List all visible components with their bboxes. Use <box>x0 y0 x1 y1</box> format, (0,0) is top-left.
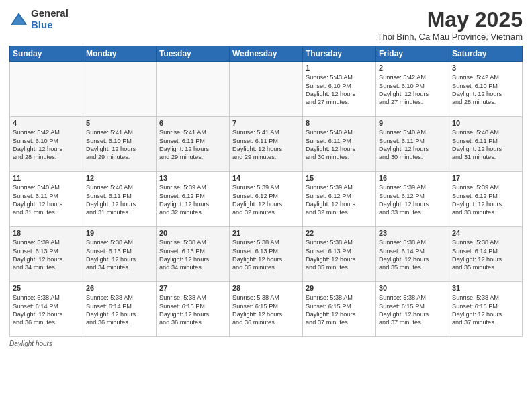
day-number: 18 <box>13 229 80 237</box>
footer-label: Daylight hours <box>9 340 52 347</box>
column-header-wednesday: Wednesday <box>230 46 303 62</box>
day-number: 10 <box>452 119 519 127</box>
day-number: 27 <box>159 284 226 292</box>
logo-icon <box>9 10 28 29</box>
column-header-thursday: Thursday <box>303 46 376 62</box>
column-header-tuesday: Tuesday <box>157 46 230 62</box>
day-info: Sunrise: 5:41 AM Sunset: 6:10 PM Dayligh… <box>86 128 153 162</box>
day-number: 1 <box>306 64 373 72</box>
day-number: 7 <box>232 119 300 127</box>
calendar-week-2: 4Sunrise: 5:42 AM Sunset: 6:10 PM Daylig… <box>10 117 523 172</box>
calendar-cell: 10Sunrise: 5:40 AM Sunset: 6:11 PM Dayli… <box>449 117 523 172</box>
day-info: Sunrise: 5:38 AM Sunset: 6:14 PM Dayligh… <box>379 238 446 272</box>
day-number: 2 <box>379 64 446 72</box>
day-info: Sunrise: 5:38 AM Sunset: 6:13 PM Dayligh… <box>232 238 300 272</box>
calendar-cell <box>230 62 303 117</box>
day-info: Sunrise: 5:39 AM Sunset: 6:12 PM Dayligh… <box>452 183 519 217</box>
calendar-cell: 16Sunrise: 5:39 AM Sunset: 6:12 PM Dayli… <box>376 172 449 227</box>
day-info: Sunrise: 5:39 AM Sunset: 6:12 PM Dayligh… <box>306 183 373 217</box>
calendar-cell: 19Sunrise: 5:38 AM Sunset: 6:13 PM Dayli… <box>83 227 157 282</box>
day-info: Sunrise: 5:39 AM Sunset: 6:12 PM Dayligh… <box>379 183 446 217</box>
day-number: 5 <box>86 119 153 127</box>
day-info: Sunrise: 5:38 AM Sunset: 6:15 PM Dayligh… <box>232 293 300 327</box>
column-header-saturday: Saturday <box>449 46 523 62</box>
day-info: Sunrise: 5:38 AM Sunset: 6:15 PM Dayligh… <box>379 293 446 327</box>
calendar-week-5: 25Sunrise: 5:38 AM Sunset: 6:14 PM Dayli… <box>10 282 523 337</box>
calendar-cell: 7Sunrise: 5:41 AM Sunset: 6:11 PM Daylig… <box>230 117 303 172</box>
day-info: Sunrise: 5:42 AM Sunset: 6:10 PM Dayligh… <box>379 73 446 107</box>
calendar-week-4: 18Sunrise: 5:39 AM Sunset: 6:13 PM Dayli… <box>10 227 523 282</box>
calendar-cell <box>10 62 83 117</box>
calendar-table: SundayMondayTuesdayWednesdayThursdayFrid… <box>9 46 523 337</box>
day-info: Sunrise: 5:40 AM Sunset: 6:11 PM Dayligh… <box>86 183 153 217</box>
calendar-cell <box>83 62 157 117</box>
calendar-cell: 6Sunrise: 5:41 AM Sunset: 6:11 PM Daylig… <box>157 117 230 172</box>
calendar-cell: 29Sunrise: 5:38 AM Sunset: 6:15 PM Dayli… <box>303 282 376 337</box>
day-number: 12 <box>86 174 153 182</box>
day-info: Sunrise: 5:39 AM Sunset: 6:13 PM Dayligh… <box>13 238 80 272</box>
day-info: Sunrise: 5:39 AM Sunset: 6:12 PM Dayligh… <box>232 183 300 217</box>
day-info: Sunrise: 5:40 AM Sunset: 6:11 PM Dayligh… <box>13 183 80 217</box>
column-header-sunday: Sunday <box>10 46 83 62</box>
day-number: 9 <box>379 119 446 127</box>
logo: General Blue <box>9 8 69 30</box>
day-number: 16 <box>379 174 446 182</box>
calendar-cell: 4Sunrise: 5:42 AM Sunset: 6:10 PM Daylig… <box>10 117 83 172</box>
calendar-cell: 15Sunrise: 5:39 AM Sunset: 6:12 PM Dayli… <box>303 172 376 227</box>
column-header-monday: Monday <box>83 46 157 62</box>
logo-text: General Blue <box>31 8 69 30</box>
calendar-cell: 22Sunrise: 5:38 AM Sunset: 6:13 PM Dayli… <box>303 227 376 282</box>
day-info: Sunrise: 5:38 AM Sunset: 6:13 PM Dayligh… <box>159 238 226 272</box>
calendar-title: May 2025 <box>377 8 523 32</box>
calendar-cell: 31Sunrise: 5:38 AM Sunset: 6:16 PM Dayli… <box>449 282 523 337</box>
day-number: 23 <box>379 229 446 237</box>
calendar-cell: 9Sunrise: 5:40 AM Sunset: 6:11 PM Daylig… <box>376 117 449 172</box>
calendar-header-row: SundayMondayTuesdayWednesdayThursdayFrid… <box>10 46 523 62</box>
day-info: Sunrise: 5:41 AM Sunset: 6:11 PM Dayligh… <box>159 128 226 162</box>
calendar-cell <box>157 62 230 117</box>
calendar-cell: 13Sunrise: 5:39 AM Sunset: 6:12 PM Dayli… <box>157 172 230 227</box>
day-number: 19 <box>86 229 153 237</box>
day-number: 22 <box>306 229 373 237</box>
calendar-cell: 26Sunrise: 5:38 AM Sunset: 6:14 PM Dayli… <box>83 282 157 337</box>
calendar-cell: 23Sunrise: 5:38 AM Sunset: 6:14 PM Dayli… <box>376 227 449 282</box>
column-header-friday: Friday <box>376 46 449 62</box>
calendar-cell: 3Sunrise: 5:42 AM Sunset: 6:10 PM Daylig… <box>449 62 523 117</box>
calendar-week-1: 1Sunrise: 5:43 AM Sunset: 6:10 PM Daylig… <box>10 62 523 117</box>
calendar-cell: 30Sunrise: 5:38 AM Sunset: 6:15 PM Dayli… <box>376 282 449 337</box>
day-number: 13 <box>159 174 226 182</box>
calendar-week-3: 11Sunrise: 5:40 AM Sunset: 6:11 PM Dayli… <box>10 172 523 227</box>
day-number: 14 <box>232 174 300 182</box>
calendar-cell: 11Sunrise: 5:40 AM Sunset: 6:11 PM Dayli… <box>10 172 83 227</box>
calendar-cell: 17Sunrise: 5:39 AM Sunset: 6:12 PM Dayli… <box>449 172 523 227</box>
logo-general-text: General <box>31 8 69 19</box>
calendar-cell: 5Sunrise: 5:41 AM Sunset: 6:10 PM Daylig… <box>83 117 157 172</box>
calendar-cell: 1Sunrise: 5:43 AM Sunset: 6:10 PM Daylig… <box>303 62 376 117</box>
day-info: Sunrise: 5:38 AM Sunset: 6:14 PM Dayligh… <box>86 293 153 327</box>
day-number: 31 <box>452 284 519 292</box>
day-info: Sunrise: 5:42 AM Sunset: 6:10 PM Dayligh… <box>13 128 80 162</box>
day-info: Sunrise: 5:38 AM Sunset: 6:15 PM Dayligh… <box>159 293 226 327</box>
day-number: 25 <box>13 284 80 292</box>
calendar-cell: 25Sunrise: 5:38 AM Sunset: 6:14 PM Dayli… <box>10 282 83 337</box>
calendar-cell: 27Sunrise: 5:38 AM Sunset: 6:15 PM Dayli… <box>157 282 230 337</box>
day-info: Sunrise: 5:38 AM Sunset: 6:14 PM Dayligh… <box>452 238 519 272</box>
day-number: 6 <box>159 119 226 127</box>
day-number: 4 <box>13 119 80 127</box>
day-number: 11 <box>13 174 80 182</box>
calendar-cell: 24Sunrise: 5:38 AM Sunset: 6:14 PM Dayli… <box>449 227 523 282</box>
day-number: 29 <box>306 284 373 292</box>
day-number: 15 <box>306 174 373 182</box>
day-info: Sunrise: 5:38 AM Sunset: 6:14 PM Dayligh… <box>13 293 80 327</box>
calendar-cell: 8Sunrise: 5:40 AM Sunset: 6:11 PM Daylig… <box>303 117 376 172</box>
day-info: Sunrise: 5:41 AM Sunset: 6:11 PM Dayligh… <box>232 128 300 162</box>
day-info: Sunrise: 5:38 AM Sunset: 6:13 PM Dayligh… <box>86 238 153 272</box>
logo-blue-text: Blue <box>31 19 69 31</box>
calendar-cell: 2Sunrise: 5:42 AM Sunset: 6:10 PM Daylig… <box>376 62 449 117</box>
day-number: 21 <box>232 229 300 237</box>
day-info: Sunrise: 5:40 AM Sunset: 6:11 PM Dayligh… <box>452 128 519 162</box>
header: General Blue May 2025 Thoi Binh, Ca Mau … <box>9 8 523 42</box>
calendar-location: Thoi Binh, Ca Mau Province, Vietnam <box>377 32 523 42</box>
page: General Blue May 2025 Thoi Binh, Ca Mau … <box>0 0 532 411</box>
day-number: 17 <box>452 174 519 182</box>
